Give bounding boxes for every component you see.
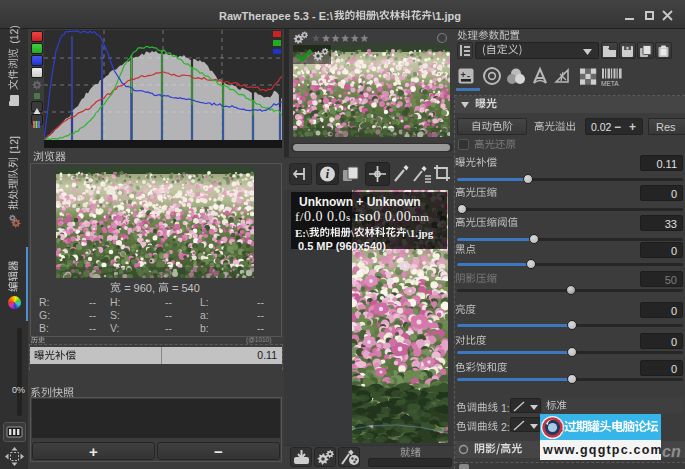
svg-text:META: META <box>601 80 619 87</box>
svg-text:+: + <box>461 70 466 80</box>
